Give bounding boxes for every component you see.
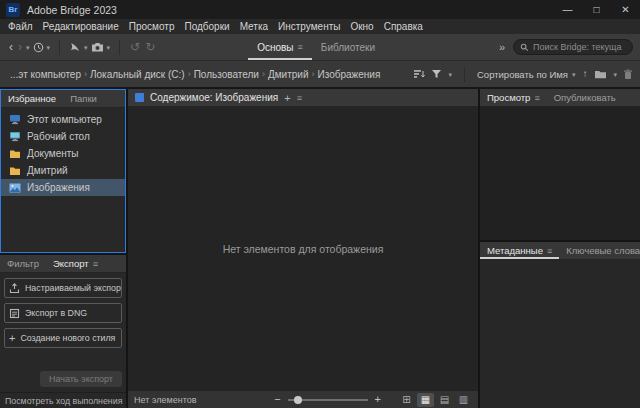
- search-input[interactable]: [533, 42, 626, 52]
- add-content-panel-icon[interactable]: +: [284, 92, 290, 104]
- window-controls: — □ ✕: [553, 0, 640, 19]
- favorites-panel-tabs: Избранное Папки: [1, 90, 125, 108]
- menu-file[interactable]: Файл: [3, 21, 38, 32]
- toolbar-separator: [59, 40, 60, 55]
- menu-view[interactable]: Просмотр: [124, 21, 180, 32]
- workspace-overflow-icon[interactable]: »: [499, 41, 505, 53]
- breadcrumb-segment[interactable]: Локальный диск (C:): [87, 69, 188, 80]
- menu-edit[interactable]: Редактирование: [38, 21, 124, 32]
- menu-help[interactable]: Справка: [379, 21, 428, 32]
- favorites-item-label: Документы: [27, 148, 79, 159]
- history-icon[interactable]: [33, 42, 44, 53]
- menu-label[interactable]: Метка: [235, 21, 273, 32]
- favorites-panel: Избранное Папки Этот компьютер Ра: [0, 89, 126, 253]
- metadata-panel: Метаданные ≡ Ключевые слова: [480, 242, 640, 408]
- favorites-item-desktop[interactable]: Рабочий стол: [1, 128, 125, 145]
- tab-export[interactable]: Экспорт ≡: [46, 255, 105, 272]
- chevron-down-icon[interactable]: ▾: [613, 71, 617, 78]
- search-box[interactable]: [513, 39, 633, 55]
- chevron-down-icon[interactable]: ▾: [84, 44, 88, 51]
- breadcrumb-segment[interactable]: Пользователи: [191, 69, 262, 80]
- close-button[interactable]: ✕: [611, 0, 640, 19]
- workspace-tab-essentials[interactable]: Основы ≡: [248, 34, 312, 60]
- favorites-item-label: Дмитрий: [27, 165, 68, 176]
- view-thumbnails-icon[interactable]: ▦: [417, 393, 434, 407]
- window-title: Adobe Bridge 2023: [27, 4, 117, 16]
- sort-order-icon[interactable]: [413, 69, 425, 79]
- rotate-ccw-icon[interactable]: ↺: [129, 41, 141, 53]
- forward-icon[interactable]: ›: [17, 41, 23, 53]
- tab-preview-label: Просмотр: [487, 92, 530, 103]
- view-details-icon[interactable]: ▤: [436, 393, 453, 407]
- tab-metadata[interactable]: Метаданные ≡: [480, 242, 559, 259]
- chevron-down-icon[interactable]: ▾: [448, 71, 452, 78]
- camera-import-icon[interactable]: [91, 42, 104, 52]
- tab-preview[interactable]: Просмотр ≡: [480, 89, 547, 106]
- pathbar: ...эт компьютер › Локальный диск (C:) › …: [0, 61, 640, 89]
- export-panel-body: Настраиваемый экспорт Экспорт в DNG + Со…: [0, 273, 126, 392]
- tab-filter[interactable]: Фильтр: [0, 255, 46, 272]
- menu-window[interactable]: Окно: [345, 21, 378, 32]
- tab-keywords[interactable]: Ключевые слова: [559, 242, 640, 259]
- boomerang-refine-icon[interactable]: [69, 42, 81, 53]
- view-list-icon[interactable]: ▥: [455, 393, 472, 407]
- new-folder-icon[interactable]: [594, 69, 607, 79]
- chevron-down-icon[interactable]: ▾: [107, 44, 111, 51]
- tab-metadata-label: Метаданные: [487, 245, 543, 256]
- slider-knob[interactable]: [294, 396, 302, 404]
- zoom-in-icon[interactable]: +: [375, 394, 381, 405]
- workspace-tab-label: Основы: [257, 42, 293, 53]
- folder-icon: [9, 149, 21, 159]
- panel-menu-icon[interactable]: ≡: [297, 93, 302, 103]
- breadcrumb-segment[interactable]: Изображения: [314, 69, 383, 80]
- content-panel-icon: [135, 93, 144, 102]
- export-preset-dng[interactable]: Экспорт в DNG: [4, 303, 122, 323]
- zoom-out-icon[interactable]: −: [274, 394, 280, 405]
- custom-export-icon: [9, 283, 20, 294]
- trash-icon[interactable]: [623, 69, 633, 80]
- export-preset-label: Экспорт в DNG: [25, 308, 87, 318]
- favorites-item-documents[interactable]: Документы: [1, 145, 125, 162]
- breadcrumb-segment[interactable]: Дмитрий: [265, 69, 312, 80]
- toolbar-nav-group: ‹ › ▾ ▾ ▾ ▾ ↺ ↻: [0, 40, 156, 55]
- panel-menu-icon[interactable]: ≡: [93, 259, 98, 269]
- sort-direction-up-icon[interactable]: ↑: [581, 69, 588, 79]
- workspace-tab-libraries[interactable]: Библиотеки: [312, 34, 384, 60]
- search-icon: [520, 43, 529, 52]
- item-count-label: Нет элементов: [134, 395, 196, 405]
- breadcrumb-segment[interactable]: ...эт компьютер: [7, 69, 84, 80]
- sort-by-dropdown[interactable]: Сортировать по Имя ▾: [477, 69, 576, 80]
- view-grid-icon[interactable]: ⊞: [398, 393, 415, 407]
- content-panel-title[interactable]: Содержимое: Изображения: [150, 92, 278, 103]
- tab-favorites[interactable]: Избранное: [1, 90, 63, 107]
- back-icon[interactable]: ‹: [8, 41, 14, 53]
- tab-folders[interactable]: Папки: [63, 90, 104, 107]
- chevron-down-icon[interactable]: ▾: [47, 44, 51, 51]
- minimize-button[interactable]: —: [553, 0, 582, 19]
- panel-menu-icon[interactable]: ≡: [547, 246, 552, 256]
- menu-tools[interactable]: Инструменты: [273, 21, 345, 32]
- favorites-list: Этот компьютер Рабочий стол Документы: [1, 108, 125, 252]
- panel-menu-icon[interactable]: ≡: [298, 42, 303, 52]
- favorites-item-label: Изображения: [27, 182, 90, 193]
- pathbar-right-group: ▾ Сортировать по Имя ▾ ↑ ▾: [413, 67, 633, 82]
- menu-collections[interactable]: Подборки: [179, 21, 234, 32]
- maximize-button[interactable]: □: [582, 0, 611, 19]
- chevron-down-icon[interactable]: ▾: [26, 44, 30, 51]
- create-new-preset[interactable]: + Создание нового стиля: [4, 328, 122, 348]
- tab-export-label: Экспорт: [53, 258, 89, 269]
- favorites-item-label: Этот компьютер: [27, 114, 102, 125]
- export-preset-custom[interactable]: Настраиваемый экспорт: [4, 278, 122, 298]
- bridge-logo-icon: Br: [6, 3, 20, 17]
- filter-funnel-icon[interactable]: [431, 69, 442, 79]
- start-export-button[interactable]: Начать экспорт: [40, 371, 122, 387]
- thumbnail-size-slider[interactable]: [288, 399, 368, 401]
- content-area[interactable]: Нет элементов для отображения: [128, 107, 478, 390]
- panel-menu-icon[interactable]: ≡: [534, 93, 539, 103]
- tab-publish[interactable]: Опубликовать: [547, 89, 623, 106]
- rotate-cw-icon[interactable]: ↻: [144, 41, 156, 53]
- favorites-item-this-pc[interactable]: Этот компьютер: [1, 111, 125, 128]
- favorites-item-pictures[interactable]: Изображения: [1, 179, 125, 196]
- favorites-item-user[interactable]: Дмитрий: [1, 162, 125, 179]
- export-progress-link[interactable]: Посмотреть ход выполнения: [0, 392, 126, 408]
